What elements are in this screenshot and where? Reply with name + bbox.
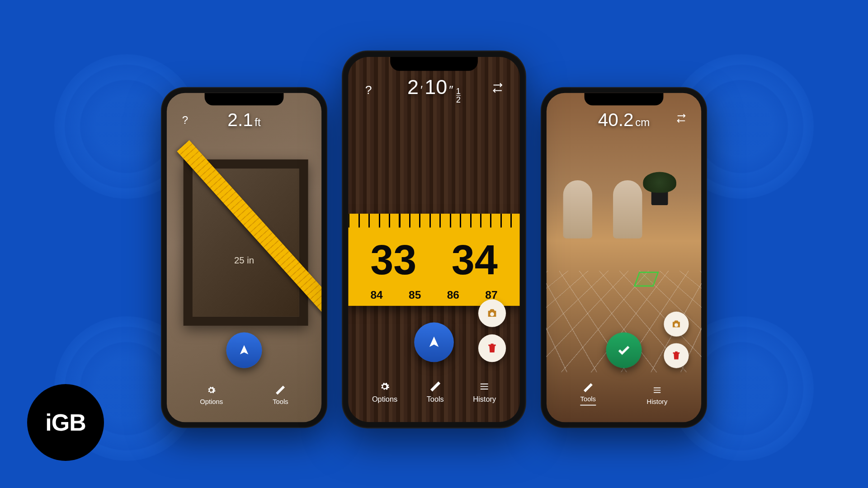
nav-label: Options xyxy=(372,395,397,404)
phone-screen: ? 2.1 ft 25 in Options xyxy=(167,93,321,422)
camera-capture-button[interactable] xyxy=(478,300,506,327)
gear-icon xyxy=(206,385,217,396)
nav-tools[interactable]: Tools xyxy=(580,382,596,406)
measure-start-button[interactable] xyxy=(226,333,262,368)
phone-screen: 40.2 cm xyxy=(547,93,701,422)
bottom-nav: Tools History xyxy=(547,382,701,406)
delete-button[interactable] xyxy=(478,334,506,362)
swap-icon xyxy=(676,113,686,123)
help-icon[interactable]: ? xyxy=(361,82,376,97)
nav-tools[interactable]: Tools xyxy=(273,385,288,406)
unit-swap-button[interactable] xyxy=(492,82,507,97)
igb-logo-badge: iGB xyxy=(27,384,104,461)
nav-label: Tools xyxy=(273,398,288,406)
side-action-buttons xyxy=(478,300,506,362)
pointer-arrow-icon xyxy=(427,335,441,349)
nav-label: Tools xyxy=(580,395,596,403)
ruler-sub-number: 84 xyxy=(370,288,382,301)
fraction-bottom: 2 xyxy=(456,95,461,104)
trash-icon xyxy=(486,343,497,353)
ruler-icon xyxy=(429,380,441,393)
tape-inline-label: 25 in xyxy=(234,255,254,266)
bottom-nav: Options Tools History xyxy=(348,380,519,404)
measurement-unit: ft xyxy=(255,116,260,129)
bottom-nav: Options Tools xyxy=(167,385,321,406)
ruler-sub-number: 86 xyxy=(447,288,459,301)
measurement-readout: 40.2 cm xyxy=(598,109,650,130)
phone-mockup-center: ? 2′ 10″ 1 2 33 34 xyxy=(342,51,526,428)
menu-icon xyxy=(652,385,663,396)
ruler-closeup: 33 34 84 85 86 87 xyxy=(348,214,519,306)
side-action-buttons xyxy=(664,312,689,368)
plant-shape xyxy=(643,172,676,205)
nav-label: History xyxy=(647,398,668,406)
measure-start-button[interactable] xyxy=(414,323,454,362)
scene-objects xyxy=(547,155,701,259)
fraction-top: 1 xyxy=(456,87,461,95)
feet-mark: ′ xyxy=(420,83,423,97)
phone-notch xyxy=(585,93,664,106)
ruler-main-numbers: 33 34 xyxy=(348,236,519,283)
phone-showcase: ? 2.1 ft 25 in Options xyxy=(118,41,750,447)
nav-label: Options xyxy=(200,398,223,406)
nav-tools[interactable]: Tools xyxy=(427,380,444,404)
nav-history[interactable]: History xyxy=(473,380,496,404)
ruler-number: 33 xyxy=(370,236,416,283)
ruler-number: 34 xyxy=(452,236,498,283)
nav-label: Tools xyxy=(427,395,444,404)
unit-swap-button[interactable] xyxy=(676,113,689,127)
measurement-unit: cm xyxy=(635,116,650,129)
inch-mark: ″ xyxy=(449,83,453,97)
measurement-readout: 2′ 10″ 1 2 xyxy=(407,75,461,104)
ruler-sub-number: 85 xyxy=(409,288,421,301)
igb-logo-text: iGB xyxy=(45,409,85,436)
phone-notch xyxy=(390,57,478,71)
nav-options[interactable]: Options xyxy=(372,380,397,404)
ruler-icon xyxy=(583,382,594,393)
measurement-fraction: 1 2 xyxy=(456,87,461,104)
camera-icon xyxy=(671,319,682,329)
camera-capture-button[interactable] xyxy=(664,312,689,337)
confirm-button[interactable] xyxy=(606,333,642,368)
camera-icon xyxy=(486,307,498,319)
help-icon[interactable]: ? xyxy=(179,113,192,127)
measurement-value: 40.2 xyxy=(598,109,634,130)
phone-mockup-left: ? 2.1 ft 25 in Options xyxy=(161,87,327,428)
menu-icon xyxy=(478,380,491,393)
app-topbar: ? 2.1 ft xyxy=(167,109,321,130)
chair-shape xyxy=(563,180,592,239)
measurement-inches: 10 xyxy=(425,75,447,99)
delete-button[interactable] xyxy=(664,343,689,368)
nav-options[interactable]: Options xyxy=(200,385,223,406)
measurement-readout: 2.1 ft xyxy=(227,109,260,130)
measurement-value: 2.1 xyxy=(227,109,253,130)
swap-icon xyxy=(492,82,503,93)
app-topbar: 40.2 cm xyxy=(547,109,701,130)
phone-screen: ? 2′ 10″ 1 2 33 34 xyxy=(348,57,519,422)
ruler-ticks xyxy=(348,214,519,228)
phone-notch xyxy=(205,93,284,106)
subject-picture-frame xyxy=(184,160,308,326)
ruler-icon xyxy=(275,385,286,396)
phone-mockup-right: 40.2 cm xyxy=(541,87,707,428)
chair-shape xyxy=(613,180,642,239)
gear-icon xyxy=(379,380,391,393)
trash-icon xyxy=(671,351,681,361)
app-topbar: ? 2′ 10″ 1 2 xyxy=(348,75,519,104)
pointer-arrow-icon xyxy=(238,344,250,357)
nav-history[interactable]: History xyxy=(647,385,668,406)
nav-label: History xyxy=(473,395,496,404)
check-icon xyxy=(617,343,631,357)
measurement-feet: 2 xyxy=(407,75,419,99)
